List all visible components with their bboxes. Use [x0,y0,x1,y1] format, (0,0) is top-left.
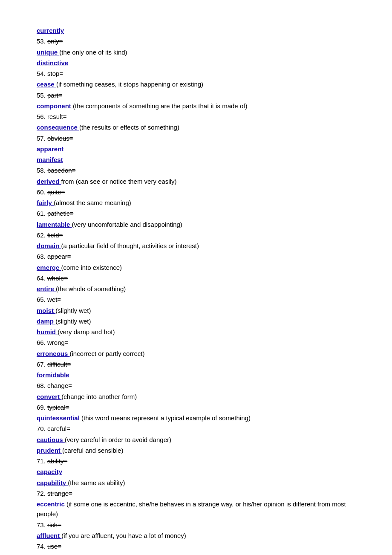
list-item: 64. whole= [37,273,355,283]
list-item: 72. strange= [37,489,355,498]
vocabulary-word[interactable]: derived [37,178,61,185]
entry-number: 60. [37,188,47,196]
word-definition: (slightly wet) [55,307,91,314]
original-word: obvious= [47,135,73,142]
list-item: erroneous (incorrect or partly correct) [37,349,355,358]
vocabulary-word[interactable]: affluent [37,532,61,539]
list-item: moist (slightly wet) [37,306,355,315]
vocabulary-word[interactable]: damp [37,318,55,325]
word-definition: (very damp and hot) [58,328,115,335]
list-item: fairly (almost the same meaning) [37,198,355,208]
original-word: change= [47,382,72,389]
vocabulary-word[interactable]: convert [37,393,61,400]
list-item: 63. appear= [37,251,355,261]
word-definition: (almost the same meaning) [54,199,131,206]
vocabulary-word[interactable]: distinctive [37,59,68,66]
word-definition: (come into existence) [61,264,122,271]
vocabulary-word[interactable]: entire [37,285,56,292]
word-definition: (very uncomfortable and disappointing) [72,221,182,228]
list-item: cease (if something ceases, it stops hap… [37,79,355,89]
list-item: 69. typical= [37,402,355,412]
vocabulary-word[interactable]: consequence [37,124,79,131]
entry-number: 64. [37,275,47,282]
list-item: domain (a particular field of thought, a… [37,241,355,251]
entry-number: 54. [37,70,47,77]
vocabulary-word[interactable]: moist [37,307,55,314]
original-word: appear= [47,253,71,260]
entry-number: 62. [37,231,47,239]
vocabulary-word[interactable]: cease [37,81,56,88]
list-item: 62. field= [37,230,355,240]
vocabulary-word[interactable]: capability [37,479,68,486]
original-word: wrong= [47,339,69,346]
word-definition: (the whole of something) [56,285,126,292]
entry-number: 69. [37,404,47,411]
entry-number: 66. [37,339,47,346]
word-definition: from (can see or notice them very easily… [61,178,177,185]
entry-number: 56. [37,113,47,120]
vocabulary-word[interactable]: domain [37,242,61,249]
original-word: stop= [47,70,63,77]
list-item: formidable [37,370,355,380]
list-item: entire (the whole of something) [37,284,355,294]
list-item: affluent (if you are affluent, you have … [37,531,355,541]
vocabulary-word[interactable]: erroneous [37,350,70,357]
vocabulary-word[interactable]: prudent [37,447,62,454]
list-item: derived from (can see or notice them ver… [37,176,355,186]
entry-number: 57. [37,135,47,142]
original-word: pathetic= [47,210,73,217]
vocabulary-word[interactable]: quintessential [37,414,81,422]
entry-number: 72. [37,490,47,497]
vocabulary-word[interactable]: humid [37,328,58,335]
list-item: 54. stop= [37,69,355,78]
vocabulary-word[interactable]: formidable [37,371,69,379]
original-word: strange= [47,490,72,497]
list-item: cautious (very careful in order to avoid… [37,435,355,445]
list-item: capacity [37,467,355,477]
list-item: 71. ability= [37,456,355,466]
word-definition: (if you are affluent, you have a lot of … [61,532,186,539]
vocabulary-word[interactable]: cautious [37,436,65,443]
list-item: consequence (the results or effects of s… [37,122,355,132]
list-item: apparent [37,144,355,154]
vocabulary-word[interactable]: component [37,102,73,110]
entry-number: 65. [37,296,47,303]
original-word: quite= [47,188,65,196]
vocabulary-word[interactable]: currently [37,27,64,34]
list-item: component (the components of something a… [37,101,355,111]
vocabulary-word[interactable]: eccentric [37,500,66,508]
vocabulary-word[interactable]: capacity [37,468,62,475]
vocabulary-word[interactable]: lamentable [37,221,72,228]
word-definition: (the same as ability) [68,479,125,486]
vocabulary-word[interactable]: emerge [37,264,61,271]
entry-number: 53. [37,38,47,45]
word-definition: (the components of something are the par… [73,102,247,110]
list-item: 70. careful= [37,424,355,434]
entry-number: 58. [37,167,47,174]
list-item: 66. wrong= [37,338,355,347]
list-item: 56. result= [37,112,355,121]
list-item: 61. pathetic= [37,208,355,218]
word-definition: (the results or effects of something) [79,124,179,131]
list-item: convert (change into another form) [37,392,355,402]
word-definition: (incorrect or partly correct) [70,350,145,357]
original-word: result= [47,113,66,120]
original-word: careful= [47,425,70,432]
original-word: basedon= [47,167,75,174]
list-item: 73. rich= [37,520,355,530]
word-definition: (if some one is eccentric, she/he behave… [37,500,346,517]
list-item: capability (the same as ability) [37,478,355,488]
list-item: distinctive [37,58,355,68]
word-definition: (change into another form) [61,393,137,400]
vocabulary-word[interactable]: manifest [37,156,63,163]
original-word: use= [47,543,61,550]
entry-number: 70. [37,425,47,432]
vocabulary-word[interactable]: unique [37,49,59,56]
word-definition: (very careful in order to avoid danger) [65,436,171,443]
list-item: eccentric (if some one is eccentric, she… [37,499,355,519]
entry-number: 55. [37,92,47,99]
vocabulary-word[interactable]: fairly [37,199,54,206]
vocabulary-word[interactable]: apparent [37,145,63,153]
list-item: 55. part= [37,90,355,100]
list-item: 67. difficult= [37,359,355,369]
